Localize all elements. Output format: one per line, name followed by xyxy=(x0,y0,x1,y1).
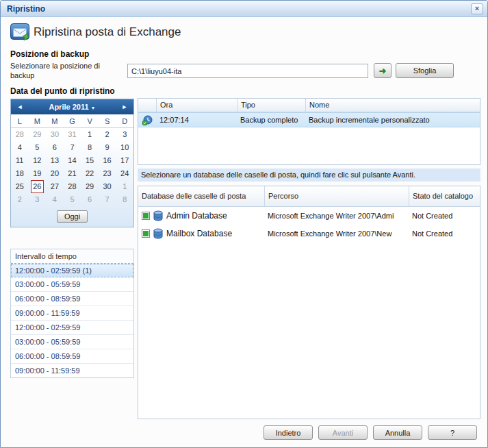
page-title: Ripristina posta di Exchange xyxy=(34,25,181,39)
calendar-day[interactable]: 19 xyxy=(29,167,47,180)
titlebar[interactable]: Ripristino × xyxy=(1,1,487,17)
database-checkbox[interactable] xyxy=(142,229,150,238)
column-header-percorso[interactable]: Percorso xyxy=(264,186,409,206)
calendar-day[interactable]: 11 xyxy=(11,154,29,167)
calendar: ◄ Aprile 2011 ▼ ► L M M G V S D 28293031… xyxy=(10,99,134,227)
calendar-day[interactable]: 3 xyxy=(116,128,133,141)
calendar-day[interactable]: 3 xyxy=(29,193,47,206)
cancel-button[interactable]: Annulla xyxy=(373,425,422,440)
calendar-month-dropdown[interactable]: Aprile 2011 ▼ xyxy=(25,103,119,111)
backup-path-input[interactable] xyxy=(127,64,368,78)
calendar-day[interactable]: 21 xyxy=(64,167,81,180)
next-button[interactable]: Avanti xyxy=(318,425,368,440)
restore-dialog: Ripristino × Ripristina posta di Exchang… xyxy=(0,0,488,448)
time-interval-item[interactable]: 03:00:00 - 05:59:59 xyxy=(11,335,133,349)
calendar-day[interactable]: 6 xyxy=(81,193,99,206)
instruction-text: Selezionare un database delle caselle di… xyxy=(138,169,480,182)
browse-button[interactable]: Sfoglia xyxy=(396,63,454,78)
calendar-day[interactable]: 23 xyxy=(99,167,116,180)
calendar-day[interactable]: 7 xyxy=(99,193,116,206)
day-header: M xyxy=(46,114,64,128)
day-header: S xyxy=(99,114,116,128)
calendar-day[interactable]: 31 xyxy=(64,128,81,141)
time-interval-item[interactable]: 03:00:00 - 05:59:59 xyxy=(11,277,133,292)
database-table-body: Admin DatabaseMicrosoft Exchange Writer … xyxy=(138,207,480,242)
calendar-day[interactable]: 30 xyxy=(46,128,64,141)
column-header-tipo[interactable]: Tipo xyxy=(237,99,305,112)
calendar-day[interactable]: 5 xyxy=(29,141,47,154)
calendar-day[interactable]: 20 xyxy=(46,167,64,180)
green-arrow-icon: ➜ xyxy=(379,66,387,75)
database-row[interactable]: Admin DatabaseMicrosoft Exchange Writer … xyxy=(138,207,480,225)
time-interval-header: Intervallo di tempo xyxy=(11,249,133,264)
calendar-day[interactable]: 24 xyxy=(116,167,133,180)
calendar-day[interactable]: 5 xyxy=(64,193,81,206)
time-interval-list: 12:00:00 - 02:59:59 (1)03:00:00 - 05:59:… xyxy=(11,264,133,377)
database-row[interactable]: Mailbox DatabaseMicrosoft Exchange Write… xyxy=(138,225,480,242)
calendar-day[interactable]: 17 xyxy=(116,154,133,167)
backup-type: Backup completo xyxy=(237,116,305,124)
day-header: G xyxy=(64,114,81,128)
time-interval-item[interactable]: 06:00:00 - 08:59:59 xyxy=(11,292,133,306)
time-interval-item[interactable]: 12:00:00 - 02:59:59 xyxy=(11,321,133,335)
go-button[interactable]: ➜ xyxy=(374,63,391,78)
calendar-day[interactable]: 8 xyxy=(116,193,133,206)
calendar-day[interactable]: 28 xyxy=(64,180,81,193)
column-header-database[interactable]: Database delle caselle di posta xyxy=(138,186,264,206)
backup-sessions-table: Ora Tipo Nome 12:07:14Backup completoBac… xyxy=(138,98,480,165)
calendar-day[interactable]: 8 xyxy=(81,141,99,154)
calendar-day[interactable]: 4 xyxy=(46,193,64,206)
calendar-day[interactable]: 6 xyxy=(46,141,64,154)
column-header-nome[interactable]: Nome xyxy=(305,99,480,112)
calendar-day[interactable]: 2 xyxy=(11,193,29,206)
calendar-day[interactable]: 1 xyxy=(81,128,99,141)
close-icon[interactable]: × xyxy=(471,3,483,14)
database-path: Microsoft Exchange Writer 2007\New xyxy=(264,229,409,238)
backup-table-body: 12:07:14Backup completoBackup incrementa… xyxy=(138,112,480,127)
catalog-status: Not Created xyxy=(409,229,480,238)
dialog-content: Ripristina posta di Exchange Posizione d… xyxy=(1,17,487,447)
chevron-down-icon: ▼ xyxy=(91,105,96,110)
time-interval-item[interactable]: 06:00:00 - 08:59:59 xyxy=(11,349,133,364)
calendar-day[interactable]: 9 xyxy=(99,141,116,154)
calendar-day[interactable]: 28 xyxy=(11,128,29,141)
calendar-day-headers: L M M G V S D xyxy=(11,114,133,128)
calendar-day[interactable]: 22 xyxy=(81,167,99,180)
calendar-day[interactable]: 29 xyxy=(81,180,99,193)
calendar-day[interactable]: 1 xyxy=(116,180,133,193)
calendar-day[interactable]: 2 xyxy=(99,128,116,141)
database-checkbox[interactable] xyxy=(142,212,150,220)
calendar-grid: 2829303112345678910111213141516171819202… xyxy=(11,128,133,206)
calendar-day[interactable]: 16 xyxy=(99,154,116,167)
calendar-next-icon[interactable]: ► xyxy=(119,103,130,110)
time-interval-item[interactable]: 09:00:00 - 11:59:59 xyxy=(11,306,133,321)
calendar-day[interactable]: 29 xyxy=(29,128,47,141)
calendar-day[interactable]: 4 xyxy=(11,141,29,154)
today-button[interactable]: Oggi xyxy=(57,210,88,223)
calendar-day[interactable]: 10 xyxy=(116,141,133,154)
calendar-footer: Oggi xyxy=(11,206,133,227)
column-header-stato-catalogo[interactable]: Stato del catalogo xyxy=(409,186,480,206)
backup-row[interactable]: 12:07:14Backup completoBackup incrementa… xyxy=(138,112,480,127)
calendar-prev-icon[interactable]: ◄ xyxy=(14,103,25,110)
back-button[interactable]: Indietro xyxy=(264,425,313,440)
calendar-day[interactable]: 18 xyxy=(11,167,29,180)
calendar-day[interactable]: 15 xyxy=(81,154,99,167)
calendar-day[interactable]: 13 xyxy=(46,154,64,167)
calendar-day[interactable]: 7 xyxy=(64,141,81,154)
backup-time: 12:07:14 xyxy=(156,116,237,124)
column-header-ora[interactable]: Ora xyxy=(156,99,237,112)
help-button[interactable]: ? xyxy=(428,425,477,440)
calendar-day[interactable]: 27 xyxy=(46,180,64,193)
calendar-day[interactable]: 25 xyxy=(11,180,29,193)
database-name: Admin Database xyxy=(166,211,227,221)
time-interval-item[interactable]: 12:00:00 - 02:59:59 (1) xyxy=(11,264,133,277)
time-interval-panel: Intervallo di tempo 12:00:00 - 02:59:59 … xyxy=(10,249,134,378)
database-path: Microsoft Exchange Writer 2007\Admi xyxy=(264,212,409,220)
time-interval-item[interactable]: 09:00:00 - 11:59:59 xyxy=(11,364,133,377)
calendar-day-selected[interactable]: 26 xyxy=(31,180,44,193)
calendar-day[interactable]: 14 xyxy=(64,154,81,167)
database-table-header: Database delle caselle di posta Percorso… xyxy=(138,186,480,207)
calendar-day[interactable]: 30 xyxy=(99,180,116,193)
calendar-day[interactable]: 12 xyxy=(29,154,47,167)
